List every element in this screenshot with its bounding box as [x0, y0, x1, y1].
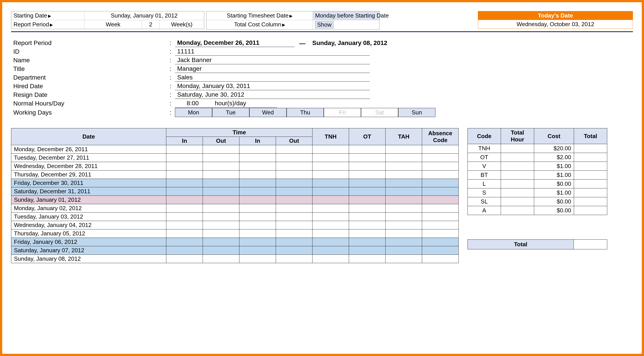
time-cell[interactable] — [166, 187, 203, 196]
time-cell[interactable] — [386, 145, 422, 154]
time-cell[interactable] — [386, 170, 422, 179]
time-cell[interactable] — [386, 255, 422, 263]
time-cell[interactable] — [203, 213, 240, 221]
time-cell[interactable] — [276, 255, 312, 263]
time-cell[interactable] — [349, 179, 386, 187]
info-dept-val[interactable]: Sales — [175, 73, 370, 82]
info-resign-val[interactable]: Saturday, June 30, 2012 — [175, 91, 370, 99]
time-cell[interactable] — [386, 187, 422, 196]
time-cell[interactable] — [349, 187, 386, 196]
time-cell[interactable] — [203, 255, 240, 263]
time-cell[interactable] — [166, 238, 203, 246]
time-cell[interactable] — [276, 204, 312, 213]
time-cell[interactable] — [240, 229, 276, 238]
time-cell[interactable] — [312, 179, 349, 187]
time-cell[interactable] — [203, 154, 240, 162]
time-cell[interactable] — [240, 145, 276, 154]
time-cell[interactable] — [276, 221, 312, 229]
time-cell[interactable] — [422, 145, 459, 154]
info-id-val[interactable]: 11111 — [175, 48, 370, 56]
time-cell[interactable] — [386, 221, 422, 229]
time-cell[interactable] — [386, 229, 422, 238]
time-cell[interactable] — [203, 162, 240, 170]
time-cell[interactable] — [166, 179, 203, 187]
time-cell[interactable] — [386, 246, 422, 255]
time-cell[interactable] — [312, 170, 349, 179]
time-cell[interactable] — [422, 170, 459, 179]
time-cell[interactable] — [240, 196, 276, 204]
time-cell[interactable] — [276, 145, 312, 154]
info-name-val[interactable]: Jack Banner — [175, 56, 370, 64]
time-cell[interactable] — [386, 238, 422, 246]
time-cell[interactable] — [312, 221, 349, 229]
time-cell[interactable] — [166, 196, 203, 204]
time-cell[interactable] — [386, 154, 422, 162]
time-cell[interactable] — [203, 204, 240, 213]
time-cell[interactable] — [349, 229, 386, 238]
time-cell[interactable] — [203, 238, 240, 246]
time-cell[interactable] — [240, 246, 276, 255]
day-mon[interactable]: Mon — [175, 108, 212, 117]
time-cell[interactable] — [312, 204, 349, 213]
time-cell[interactable] — [349, 204, 386, 213]
time-cell[interactable] — [203, 179, 240, 187]
time-cell[interactable] — [276, 162, 312, 170]
time-cell[interactable] — [349, 154, 386, 162]
time-cell[interactable] — [240, 162, 276, 170]
time-cell[interactable] — [166, 229, 203, 238]
time-cell[interactable] — [422, 187, 459, 196]
time-cell[interactable] — [276, 170, 312, 179]
time-cell[interactable] — [312, 229, 349, 238]
time-cell[interactable] — [166, 204, 203, 213]
report-period-unit[interactable]: Week — [84, 20, 142, 29]
time-cell[interactable] — [422, 238, 459, 246]
time-cell[interactable] — [166, 246, 203, 255]
starting-date-value[interactable]: Sunday, January 01, 2012 — [84, 11, 204, 20]
show-button[interactable]: Show — [315, 21, 334, 28]
time-cell[interactable] — [422, 246, 459, 255]
time-cell[interactable] — [166, 145, 203, 154]
time-cell[interactable] — [203, 196, 240, 204]
time-cell[interactable] — [349, 238, 386, 246]
time-cell[interactable] — [422, 154, 459, 162]
time-cell[interactable] — [240, 179, 276, 187]
time-cell[interactable] — [422, 221, 459, 229]
time-cell[interactable] — [349, 162, 386, 170]
time-cell[interactable] — [349, 221, 386, 229]
time-cell[interactable] — [349, 145, 386, 154]
time-cell[interactable] — [386, 162, 422, 170]
day-thu[interactable]: Thu — [286, 108, 324, 117]
time-cell[interactable] — [240, 154, 276, 162]
time-cell[interactable] — [203, 170, 240, 179]
time-cell[interactable] — [240, 255, 276, 263]
info-hours-val[interactable]: 8:00 — [175, 99, 210, 108]
time-cell[interactable] — [422, 204, 459, 213]
time-cell[interactable] — [276, 213, 312, 221]
time-cell[interactable] — [166, 213, 203, 221]
time-cell[interactable] — [240, 187, 276, 196]
time-cell[interactable] — [312, 196, 349, 204]
time-cell[interactable] — [276, 196, 312, 204]
time-cell[interactable] — [166, 255, 203, 263]
time-cell[interactable] — [276, 246, 312, 255]
time-cell[interactable] — [312, 154, 349, 162]
time-cell[interactable] — [240, 170, 276, 179]
time-cell[interactable] — [386, 179, 422, 187]
time-cell[interactable] — [312, 162, 349, 170]
time-cell[interactable] — [276, 229, 312, 238]
time-cell[interactable] — [349, 255, 386, 263]
time-cell[interactable] — [166, 154, 203, 162]
starting-ts-value[interactable]: Monday before Starting Date — [313, 11, 379, 20]
time-cell[interactable] — [422, 196, 459, 204]
time-cell[interactable] — [276, 238, 312, 246]
day-tue[interactable]: Tue — [212, 108, 249, 117]
time-cell[interactable] — [240, 238, 276, 246]
time-cell[interactable] — [349, 246, 386, 255]
time-cell[interactable] — [203, 229, 240, 238]
time-cell[interactable] — [240, 221, 276, 229]
time-cell[interactable] — [312, 255, 349, 263]
time-cell[interactable] — [203, 246, 240, 255]
time-cell[interactable] — [203, 187, 240, 196]
time-cell[interactable] — [386, 213, 422, 221]
time-cell[interactable] — [166, 162, 203, 170]
